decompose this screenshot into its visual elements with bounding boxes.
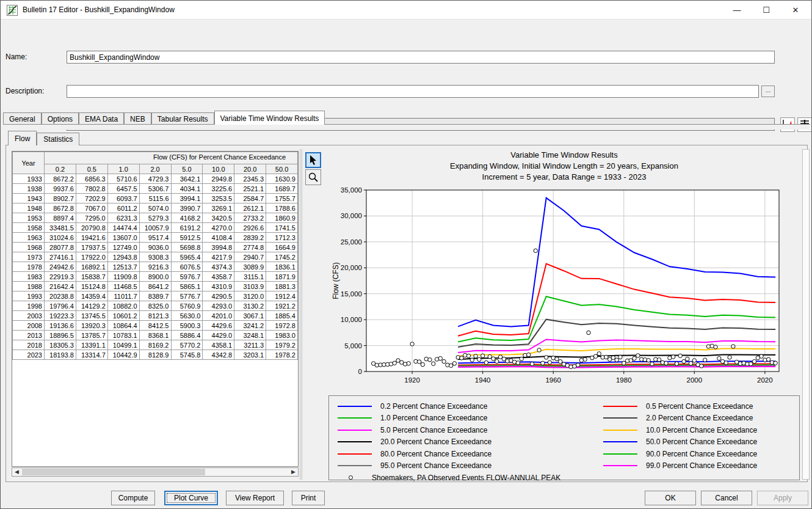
table-cell[interactable]: 3642.1 [171,174,203,184]
table-cell[interactable]: 19796.4 [45,301,76,311]
table-cell[interactable]: 4290.5 [203,291,234,301]
table-cell[interactable]: 5074.0 [139,203,171,213]
table-cell[interactable]: 4270.0 [203,223,234,233]
compute-button[interactable]: Compute [111,491,155,505]
table-cell[interactable]: 16892.1 [76,262,107,272]
table-cell[interactable]: 1972.8 [266,321,298,331]
table-cell[interactable]: 4217.9 [203,252,234,262]
table-cell[interactable]: 1664.9 [266,243,298,252]
table-cell[interactable]: 2345.3 [234,174,266,184]
table-cell[interactable]: 8672.2 [45,174,76,184]
table-cell[interactable]: 17922.0 [76,252,107,262]
table-cell[interactable]: 2612.1 [234,203,266,213]
table-cell[interactable]: 5900.3 [171,321,203,331]
table-cell[interactable]: 2733.2 [234,213,266,223]
description-input[interactable] [67,85,759,98]
table-cell[interactable]: 4168.2 [171,213,203,223]
plot-curve-button[interactable]: Plot Curve [164,491,218,505]
table-cell[interactable]: 9036.0 [139,243,171,252]
table-cell[interactable]: 8897.4 [45,213,76,223]
table-cell[interactable]: 7202.9 [76,194,107,203]
table-cell[interactable]: 13391.1 [76,340,107,350]
table-cell[interactable]: 19421.6 [76,233,107,243]
table-cell[interactable]: 13745.5 [76,311,107,321]
table-cell[interactable]: 3115.1 [234,272,266,282]
table-cell[interactable]: 1712.3 [266,233,298,243]
table-cell[interactable]: 10864.4 [107,321,139,331]
table-cell[interactable]: 22919.3 [45,272,76,282]
table-cell[interactable]: 4342.8 [203,350,234,360]
table-cell[interactable]: 13920.3 [76,321,107,331]
table-cell[interactable]: 19223.3 [45,311,76,321]
table-cell[interactable]: 1881.3 [266,282,298,291]
table-cell[interactable]: 2018 [13,340,45,350]
table-cell[interactable]: 15124.8 [76,282,107,291]
table-cell[interactable]: 20790.8 [76,223,107,233]
table-cell[interactable]: 3248.1 [234,331,266,340]
view-report-button[interactable]: View Report [226,491,284,505]
table-cell[interactable]: 1948 [13,203,45,213]
table-cell[interactable]: 3994.8 [203,243,234,252]
table-cell[interactable]: 3241.2 [234,321,266,331]
table-cell[interactable]: 18193.8 [45,350,76,360]
minimize-button[interactable]: — [722,1,752,20]
table-cell[interactable]: 4034.1 [171,184,203,194]
table-cell[interactable]: 6011.2 [107,203,139,213]
table-cell[interactable]: 6457.5 [107,184,139,194]
table-cell[interactable]: 8412.5 [139,321,171,331]
table-cell[interactable]: 1943 [13,194,45,203]
results-chart[interactable]: Variable Time Window ResultsExpanding Wi… [328,149,800,394]
table-cell[interactable]: 5912.5 [171,233,203,243]
table-cell[interactable]: 1953 [13,213,45,223]
ok-button[interactable]: OK [645,491,696,505]
table-cell[interactable]: 10057.9 [139,223,171,233]
table-cell[interactable]: 8121.3 [139,311,171,321]
table-cell[interactable]: 4201.0 [203,311,234,321]
table-cell[interactable]: 3253.5 [203,194,234,203]
table-cell[interactable]: 4358.7 [203,272,234,282]
title-bar[interactable]: Bulletin 17 Editor - Bushkill_ExpandingW… [1,1,811,20]
table-cell[interactable]: 6093.7 [107,194,139,203]
table-cell[interactable]: 21642.4 [45,282,76,291]
table-cell[interactable]: 1755.7 [266,194,298,203]
scroll-left-icon[interactable]: ◀ [12,468,21,476]
table-cell[interactable]: 1983 [13,272,45,282]
table-cell[interactable]: 10882.0 [107,301,139,311]
close-button[interactable]: ✕ [781,1,810,20]
table-cell[interactable]: 1689.7 [266,184,298,194]
table-cell[interactable]: 6076.5 [171,262,203,272]
table-cell[interactable]: 8368.1 [139,331,171,340]
tab-variable-time-window-results[interactable]: Variable Time Window Results [214,111,325,125]
table-cell[interactable]: 1988 [13,282,45,291]
table-cell[interactable]: 3120.0 [234,291,266,301]
table-cell[interactable]: 4374.3 [203,262,234,272]
table-cell[interactable]: 1979.2 [266,340,298,350]
table-cell[interactable]: 5760.9 [171,301,203,311]
zoom-tool-button[interactable] [305,169,321,185]
pointer-tool-button[interactable] [305,152,321,168]
table-cell[interactable]: 1958 [13,223,45,233]
scrollbar-thumb[interactable] [22,469,205,475]
table-cell[interactable]: 4358.1 [203,340,234,350]
table-cell[interactable]: 1978 [13,262,45,272]
table-cell[interactable]: 2003 [13,311,45,321]
table-cell[interactable]: 4729.3 [139,174,171,184]
table-cell[interactable]: 4429.6 [203,321,234,331]
table-cell[interactable]: 9517.4 [139,233,171,243]
table-cell[interactable]: 18305.3 [45,340,76,350]
table-cell[interactable]: 5965.4 [171,252,203,262]
table-cell[interactable]: 8902.7 [45,194,76,203]
table-cell[interactable]: 8325.0 [139,301,171,311]
table-cell[interactable]: 1993 [13,291,45,301]
chart-area[interactable]: Variable Time Window ResultsExpanding Wi… [328,149,800,394]
print-button[interactable]: Print [292,491,325,505]
table-cell[interactable]: 24942.6 [45,262,76,272]
table-cell[interactable]: 12943.8 [107,252,139,262]
table-cell[interactable]: 3089.9 [234,262,266,272]
scroll-right-icon[interactable]: ▶ [289,468,298,476]
table-cell[interactable]: 2013 [13,331,45,340]
tab-general[interactable]: General [3,112,42,125]
table-cell[interactable]: 6231.3 [107,213,139,223]
table-cell[interactable]: 3990.7 [171,203,203,213]
table-cell[interactable]: 3211.3 [234,340,266,350]
